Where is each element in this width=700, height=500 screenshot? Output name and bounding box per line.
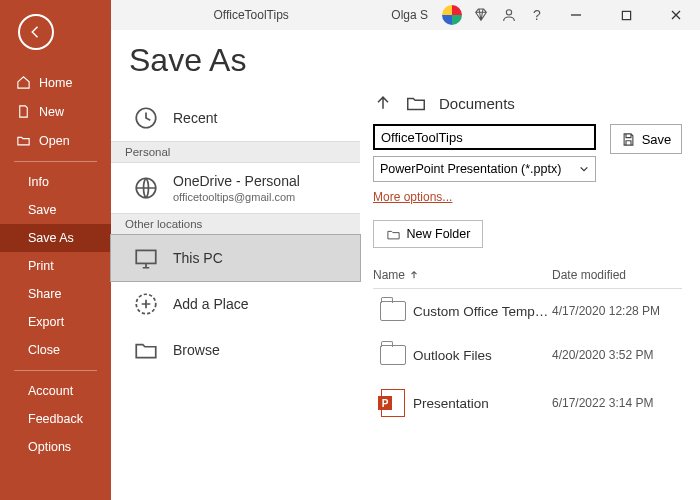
user-name: Olga S [391,8,428,22]
sidebar-item-label: Home [39,76,72,90]
back-button[interactable] [18,14,54,50]
sidebar-item-feedback[interactable]: Feedback [0,405,111,433]
chevron-down-icon [579,164,589,174]
globe-icon [133,175,159,201]
clock-icon [133,105,159,131]
sort-asc-icon [409,270,419,280]
sidebar-item-options[interactable]: Options [0,433,111,461]
sidebar-item-open[interactable]: Open [0,126,111,155]
new-folder-button[interactable]: New Folder [373,220,483,248]
home-icon [16,75,31,90]
svg-rect-1 [622,11,630,19]
filetype-select[interactable]: PowerPoint Presentation (*.pptx) [373,156,596,182]
new-folder-icon [386,227,401,242]
user-avatar-icon[interactable] [442,5,462,25]
save-icon [621,132,636,147]
svg-point-0 [506,10,511,15]
location-browse[interactable]: Browse [111,327,360,373]
sidebar-item-saveas[interactable]: Save As [0,224,111,252]
open-icon [16,133,31,148]
folder-icon [380,345,406,365]
page-title: Save As [129,42,360,79]
sort-by-date[interactable]: Date modified [552,268,682,282]
location-addplace[interactable]: Add a Place [111,281,360,327]
person-icon[interactable] [500,6,518,24]
title-bar: OfficeToolTips Olga S ? [111,0,700,30]
file-browser: Documents PowerPoint Presentation (*.ppt… [361,30,700,500]
sidebar-item-label: Open [39,134,70,148]
list-item[interactable]: Presentation 6/17/2022 3:14 PM [373,377,682,429]
backstage-sidebar: Home New Open Info Save Save As Print Sh… [0,0,111,500]
help-icon[interactable]: ? [528,6,546,24]
location-onedrive[interactable]: OneDrive - Personal officetooltips@gmail… [111,163,360,213]
breadcrumb: Documents [373,92,682,114]
sort-by-name[interactable]: Name [373,268,552,282]
more-options-link[interactable]: More options... [373,190,596,204]
sidebar-item-home[interactable]: Home [0,68,111,97]
sidebar-item-info[interactable]: Info [0,168,111,196]
save-button[interactable]: Save [610,124,682,154]
folder-icon [405,92,427,114]
up-arrow-icon[interactable] [373,93,393,113]
sidebar-item-export[interactable]: Export [0,308,111,336]
list-item[interactable]: Custom Office Temp… 4/17/2020 12:28 PM [373,289,682,333]
location-thispc[interactable]: This PC [110,234,361,282]
sidebar-item-close[interactable]: Close [0,336,111,364]
svg-rect-4 [136,250,156,263]
sidebar-item-save[interactable]: Save [0,196,111,224]
section-personal: Personal [111,141,360,163]
section-other: Other locations [111,213,360,235]
folder-icon [133,337,159,363]
list-item[interactable]: Outlook Files 4/20/2020 3:52 PM [373,333,682,377]
app-title: OfficeToolTips [111,8,391,22]
minimize-button[interactable] [556,1,596,29]
folder-icon [380,301,406,321]
close-button[interactable] [656,1,696,29]
sidebar-item-account[interactable]: Account [0,377,111,405]
new-icon [16,104,31,119]
locations-panel: Save As Recent Personal OneDrive - Perso… [111,30,361,500]
pc-icon [133,245,159,271]
file-list-header: Name Date modified [373,268,682,289]
diamond-icon[interactable] [472,6,490,24]
sidebar-item-print[interactable]: Print [0,252,111,280]
sidebar-item-share[interactable]: Share [0,280,111,308]
maximize-button[interactable] [606,1,646,29]
sidebar-item-label: New [39,105,64,119]
add-place-icon [133,291,159,317]
location-recent[interactable]: Recent [111,95,360,141]
filename-input[interactable] [373,124,596,150]
breadcrumb-text[interactable]: Documents [439,95,515,112]
powerpoint-file-icon [381,389,405,417]
sidebar-item-new[interactable]: New [0,97,111,126]
